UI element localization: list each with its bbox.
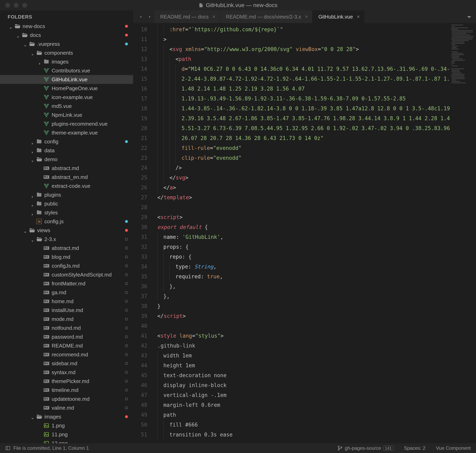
code-line[interactable]: text-decoration none	[153, 370, 450, 380]
code-line[interactable]: <svg xmlns="http://www.w3.org/2000/svg" …	[153, 44, 450, 54]
disclosure-down-icon[interactable]	[24, 42, 27, 45]
tree-row[interactable]: data	[0, 146, 133, 155]
tree-row[interactable]: HomePageOne.vue	[0, 84, 133, 93]
tree-row[interactable]: views	[0, 226, 133, 235]
tree-row[interactable]: images	[0, 412, 133, 421]
code-line[interactable]: fill #666	[153, 420, 450, 430]
tree-row[interactable]: Contributors.vue	[0, 66, 133, 75]
disclosure-right-icon[interactable]	[31, 211, 34, 214]
disclosure-down-icon[interactable]	[9, 25, 12, 28]
tab-nav-forward[interactable]	[145, 15, 154, 19]
tree-row[interactable]: styles	[0, 208, 133, 217]
tree-row[interactable]: home.md	[0, 297, 133, 306]
disclosure-right-icon[interactable]	[31, 202, 34, 205]
disclosure-right-icon[interactable]	[31, 149, 34, 152]
code-line[interactable]: 2-2.44-3.89.87-4.72-1.92-4.72-1.92-.64-1…	[153, 74, 450, 84]
code-line[interactable]: </template>	[153, 193, 450, 203]
disclosure-down-icon[interactable]	[31, 51, 34, 54]
disclosure-down-icon[interactable]	[31, 158, 34, 161]
code-line[interactable]: type: String,	[153, 262, 450, 272]
code-line[interactable]: display inline-block	[153, 380, 450, 390]
tree-row[interactable]: demo	[0, 155, 133, 164]
tree-row[interactable]: 11.png	[0, 430, 133, 439]
tab[interactable]: GitHubLink.vue✕	[313, 10, 364, 23]
code-line[interactable]: 1.44-3.85-.14-.36-.62-1.82.14-3.8 0 0 1.…	[153, 104, 450, 113]
tree-row[interactable]: components	[0, 48, 133, 57]
code-line[interactable]: width 1em	[153, 351, 450, 361]
tree-row[interactable]: valine.md	[0, 403, 133, 412]
code-line[interactable]: vertical-align -.1em	[153, 390, 450, 400]
tree-row[interactable]: sidebar.md	[0, 359, 133, 368]
disclosure-right-icon[interactable]	[31, 140, 34, 143]
tree-row[interactable]: icon-example.vue	[0, 93, 133, 102]
tree-row[interactable]: docs	[0, 31, 133, 40]
code-line[interactable]: props: {	[153, 242, 450, 252]
tree-row[interactable]: plugins	[0, 190, 133, 199]
tree-row[interactable]: extract-code.vue	[0, 182, 133, 190]
tree-row[interactable]: customStyleAndScript.md	[0, 270, 133, 279]
tree-row[interactable]: frontMatter.md	[0, 279, 133, 288]
code-line[interactable]: export default {	[153, 222, 450, 232]
tree-row[interactable]: abstract_en.md	[0, 173, 133, 182]
tree-row[interactable]: 1.png	[0, 421, 133, 430]
code-line[interactable]: 2.39.16 3.5.48 2.67-1.86 3.85-1.47 3.85-…	[153, 113, 450, 123]
code-line[interactable]: />	[153, 163, 450, 173]
tab-close-icon[interactable]: ✕	[305, 14, 308, 19]
language-mode[interactable]: Vue Component	[436, 445, 471, 451]
code-line[interactable]: <script>	[153, 212, 450, 222]
code-line[interactable]: d="M14 0C6.27 0 0 6.43 0 14.36c0 6.34 4.…	[153, 64, 450, 74]
tree-row[interactable]: new-docs	[0, 22, 133, 31]
code-line[interactable]: </script>	[153, 311, 450, 321]
tree-row[interactable]: mode.md	[0, 315, 133, 324]
code-line[interactable]: transition 0.3s ease	[153, 430, 450, 440]
disclosure-down-icon[interactable]	[16, 34, 19, 36]
tree-row[interactable]: 2-3.x	[0, 235, 133, 244]
tree-row[interactable]: JSconfig.js	[0, 217, 133, 226]
tree-row[interactable]: 12.png	[0, 439, 133, 443]
code-line[interactable]: clip-rule="evenodd"	[153, 153, 450, 163]
disclosure-down-icon[interactable]	[31, 238, 34, 241]
panel-icon[interactable]	[5, 446, 10, 451]
disclosure-right-icon[interactable]	[31, 193, 34, 196]
tree-row[interactable]: config	[0, 137, 133, 146]
tree-row[interactable]: abstract.md	[0, 244, 133, 253]
tree-row[interactable]: password.md	[0, 333, 133, 341]
code-line[interactable]: },	[153, 291, 450, 301]
tree-row[interactable]: ga.md	[0, 288, 133, 297]
code-line[interactable]: 26.07 28 20.7 28 14.36 28 6.43 21.73 0 1…	[153, 133, 450, 143]
tree-row[interactable]: GitHubLink.vue	[0, 75, 133, 84]
tab-close-icon[interactable]: ✕	[212, 14, 216, 19]
minimap[interactable]	[450, 23, 476, 443]
disclosure-right-icon[interactable]	[38, 60, 41, 63]
tree-row[interactable]: blog.md	[0, 253, 133, 262]
code-line[interactable]: repo: {	[153, 252, 450, 262]
code-line[interactable]: height 1em	[153, 361, 450, 370]
tree-row[interactable]: NpmLink.vue	[0, 111, 133, 119]
code-line[interactable]: </svg>	[153, 173, 450, 183]
tree-row[interactable]: md5.vue	[0, 102, 133, 111]
tab-close-icon[interactable]: ✕	[357, 14, 360, 19]
close-window-button[interactable]	[5, 3, 10, 8]
code-line[interactable]: required: true,	[153, 272, 450, 282]
code-line[interactable]: }	[153, 301, 450, 311]
tree-row[interactable]: theme-example.vue	[0, 128, 133, 137]
code-line[interactable]: .github-link	[153, 341, 450, 351]
code-line[interactable]: path	[153, 410, 450, 420]
code-line[interactable]: 1.19.13-.93.49-1.56.89-1.92-3.11-.36-6.3…	[153, 94, 450, 104]
tree-row[interactable]: .vuepress	[0, 40, 133, 48]
code-line[interactable]: <style lang="stylus">	[153, 331, 450, 341]
minimize-window-button[interactable]	[14, 3, 19, 8]
tree-row[interactable]: README.md	[0, 341, 133, 350]
tree-row[interactable]: plugins-recommend.vue	[0, 119, 133, 128]
tab-nav-back[interactable]	[136, 15, 145, 19]
code-content[interactable]: :href="`https://github.com/${repo}`"><sv…	[153, 23, 450, 443]
tree-row[interactable]: notfound.md	[0, 324, 133, 333]
code-line[interactable]	[153, 203, 450, 212]
git-branch-indicator[interactable]: gh-pages-source 141	[337, 445, 393, 451]
tree-row[interactable]: public	[0, 199, 133, 208]
tree-row[interactable]: updatetoone.md	[0, 395, 133, 403]
indent-status[interactable]: Spaces: 2	[404, 445, 426, 451]
code-line[interactable]: </a>	[153, 183, 450, 193]
tree-row[interactable]: installUse.md	[0, 306, 133, 315]
code-line[interactable]: margin-left 0.6rem	[153, 400, 450, 410]
